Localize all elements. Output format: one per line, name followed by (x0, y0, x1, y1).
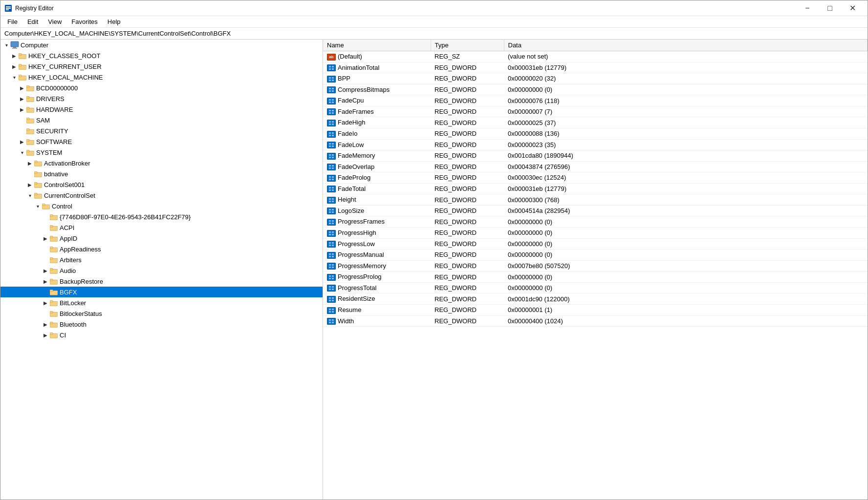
tree-node-ci[interactable]: ▶ CI (0, 330, 323, 340)
tree-node-bdnative[interactable]: bdnative (0, 168, 323, 179)
table-row[interactable]: ProgressLowREG_DWORD0x00000000 (0) (323, 238, 868, 250)
table-row[interactable]: FadePrologREG_DWORD0x000030ec (12524) (323, 172, 868, 184)
folder-icon-controlset001 (34, 181, 43, 188)
expand-btn-currentcontrolset[interactable]: ▾ (26, 191, 34, 199)
expand-btn-software[interactable]: ▶ (18, 138, 26, 146)
registry-panel[interactable]: Name Type Data ab(Default)REG_SZ(value n… (323, 40, 868, 500)
expand-btn-bitlockerstatus[interactable] (42, 310, 49, 317)
expand-btn-bluetooth[interactable]: ▶ (42, 320, 49, 328)
table-row[interactable]: FadeIoREG_DWORD0x00000088 (136) (323, 128, 868, 139)
table-row[interactable]: ProgressPrologREG_DWORD0x00000000 (0) (323, 271, 868, 283)
table-row[interactable]: FadeFramesREG_DWORD0x00000007 (7) (323, 106, 868, 117)
table-row[interactable]: ProgressHighREG_DWORD0x00000000 (0) (323, 228, 868, 239)
table-row[interactable]: ProgressManualREG_DWORD0x00000000 (0) (323, 250, 868, 261)
table-row[interactable]: FadeOverlapREG_DWORD0x00043874 (276596) (323, 161, 868, 172)
tree-node-appreadiness[interactable]: AppReadiness (0, 244, 323, 254)
table-row[interactable]: LogoSizeREG_DWORD0x0004514a (282954) (323, 205, 868, 216)
svg-rect-94 (332, 154, 334, 156)
table-row[interactable]: WidthREG_DWORD0x00000400 (1024) (323, 315, 868, 327)
table-row[interactable]: FadeMemoryREG_DWORD0x001cda80 (1890944) (323, 150, 868, 162)
svg-rect-32 (34, 183, 37, 185)
expand-btn-guid_folder[interactable] (42, 213, 49, 221)
svg-rect-93 (329, 154, 331, 156)
expand-btn-hkey_current_user[interactable]: ▶ (10, 62, 18, 70)
expand-btn-bgfx[interactable] (42, 288, 49, 296)
expand-btn-acpi[interactable] (42, 224, 49, 231)
tree-node-system[interactable]: ▾ SYSTEM (0, 147, 323, 158)
tree-node-bcd00000000[interactable]: ▶ BCD00000000 (0, 83, 323, 93)
col-header-data[interactable]: Data (504, 40, 868, 51)
minimize-button[interactable]: − (796, 0, 819, 16)
window-controls: − □ ✕ (796, 0, 864, 16)
menu-item-edit[interactable]: Edit (22, 16, 43, 27)
menu-item-file[interactable]: File (2, 16, 22, 27)
table-row[interactable]: ProgressMemoryREG_DWORD0x0007be80 (50752… (323, 260, 868, 271)
svg-rect-20 (26, 118, 29, 120)
tree-node-drivers[interactable]: ▶ DRIVERS (0, 93, 323, 104)
table-row[interactable]: FadeLowREG_DWORD0x00000023 (35) (323, 139, 868, 150)
tree-node-security[interactable]: SECURITY (0, 125, 323, 136)
expand-btn-bdnative[interactable] (26, 170, 34, 178)
tree-node-guid_folder[interactable]: {7746D80F-97E0-4E26-9543-26B41FC22F79} (0, 211, 323, 222)
col-header-name[interactable]: Name (323, 40, 431, 51)
expand-btn-arbiters[interactable] (42, 256, 49, 264)
table-row[interactable]: ProgressTotalREG_DWORD0x00000000 (0) (323, 282, 868, 293)
tree-node-arbiters[interactable]: Arbiters (0, 254, 323, 265)
col-header-type[interactable]: Type (431, 40, 504, 51)
table-row[interactable]: FadeCpuREG_DWORD0x00000076 (118) (323, 95, 868, 106)
expand-btn-sam[interactable] (18, 116, 26, 124)
close-button[interactable]: ✕ (841, 0, 864, 16)
expand-btn-system[interactable]: ▾ (18, 148, 26, 156)
table-row[interactable]: ResumeREG_DWORD0x00000001 (1) (323, 304, 868, 315)
tree-node-appid[interactable]: ▶ AppID (0, 233, 323, 244)
expand-btn-appid[interactable]: ▶ (42, 234, 49, 242)
expand-btn-appreadiness[interactable] (42, 245, 49, 253)
tree-node-computer[interactable]: ▾ Computer (0, 40, 323, 50)
tree-node-hkey_local_machine[interactable]: ▾ HKEY_LOCAL_MACHINE (0, 72, 323, 83)
menu-item-favorites[interactable]: Favorites (66, 16, 102, 27)
tree-node-bitlockerstatus[interactable]: BitlockerStatus (0, 308, 323, 319)
expand-btn-controlset001[interactable]: ▶ (26, 181, 34, 188)
table-row[interactable]: FadeTotalREG_DWORD0x000031eb (12779) (323, 183, 868, 194)
tree-node-control[interactable]: ▾ Control (0, 201, 323, 211)
expand-btn-activationbroker[interactable]: ▶ (26, 159, 34, 167)
expand-btn-ci[interactable]: ▶ (42, 331, 49, 339)
tree-node-currentcontrolset[interactable]: ▾ CurrentControlSet (0, 190, 323, 201)
tree-node-acpi[interactable]: ACPI (0, 222, 323, 233)
tree-node-hkey_current_user[interactable]: ▶ HKEY_CURRENT_USER (0, 61, 323, 72)
table-row[interactable]: BPPREG_DWORD0x00000020 (32) (323, 73, 868, 84)
tree-node-audio[interactable]: ▶ Audio (0, 265, 323, 276)
expand-btn-bcd00000000[interactable]: ▶ (18, 84, 26, 92)
tree-node-bitlocker[interactable]: ▶ BitLocker (0, 297, 323, 308)
expand-btn-backuprestore[interactable]: ▶ (42, 277, 49, 285)
tree-node-sam[interactable]: SAM (0, 115, 323, 125)
expand-btn-audio[interactable]: ▶ (42, 267, 49, 274)
table-row[interactable]: ab(Default)REG_SZ(value not set) (323, 51, 868, 62)
tree-node-hkey_classes_root[interactable]: ▶ HKEY_CLASSES_ROOT (0, 50, 323, 61)
tree-node-controlset001[interactable]: ▶ ControlSet001 (0, 179, 323, 190)
menu-item-help[interactable]: Help (103, 16, 126, 27)
tree-node-bluetooth[interactable]: ▶ Bluetooth (0, 319, 323, 330)
table-row[interactable]: ResidentSizeREG_DWORD0x0001dc90 (122000) (323, 293, 868, 305)
menu-item-view[interactable]: View (43, 16, 66, 27)
expand-btn-drivers[interactable]: ▶ (18, 95, 26, 103)
table-row[interactable]: AnimationTotalREG_DWORD0x000031eb (12779… (323, 62, 868, 73)
table-row[interactable]: HeightREG_DWORD0x00000300 (768) (323, 194, 868, 206)
expand-btn-bitlocker[interactable]: ▶ (42, 299, 49, 307)
tree-node-software[interactable]: ▶ SOFTWARE (0, 136, 323, 147)
table-row[interactable]: CompressBitmapsREG_DWORD0x00000000 (0) (323, 84, 868, 95)
expand-btn-hkey_local_machine[interactable]: ▾ (10, 73, 18, 81)
maximize-button[interactable]: □ (819, 0, 841, 16)
tree-node-hardware[interactable]: ▶ HARDWARE (0, 104, 323, 115)
table-row[interactable]: ProgressFramesREG_DWORD0x00000000 (0) (323, 216, 868, 228)
expand-btn-security[interactable] (18, 127, 26, 135)
expand-btn-hardware[interactable]: ▶ (18, 105, 26, 113)
expand-btn-hkey_classes_root[interactable]: ▶ (10, 52, 18, 60)
expand-btn-control[interactable]: ▾ (34, 202, 42, 210)
expand-btn-computer[interactable]: ▾ (2, 41, 10, 49)
tree-node-backuprestore[interactable]: ▶ BackupRestore (0, 276, 323, 287)
table-row[interactable]: FadeHighREG_DWORD0x00000025 (37) (323, 117, 868, 128)
tree-panel[interactable]: ▾ Computer▶ HKEY_CLASSES_ROOT▶ HKEY_CURR… (0, 40, 323, 500)
tree-node-bgfx[interactable]: BGFX (0, 287, 323, 297)
tree-node-activationbroker[interactable]: ▶ ActivationBroker (0, 158, 323, 168)
